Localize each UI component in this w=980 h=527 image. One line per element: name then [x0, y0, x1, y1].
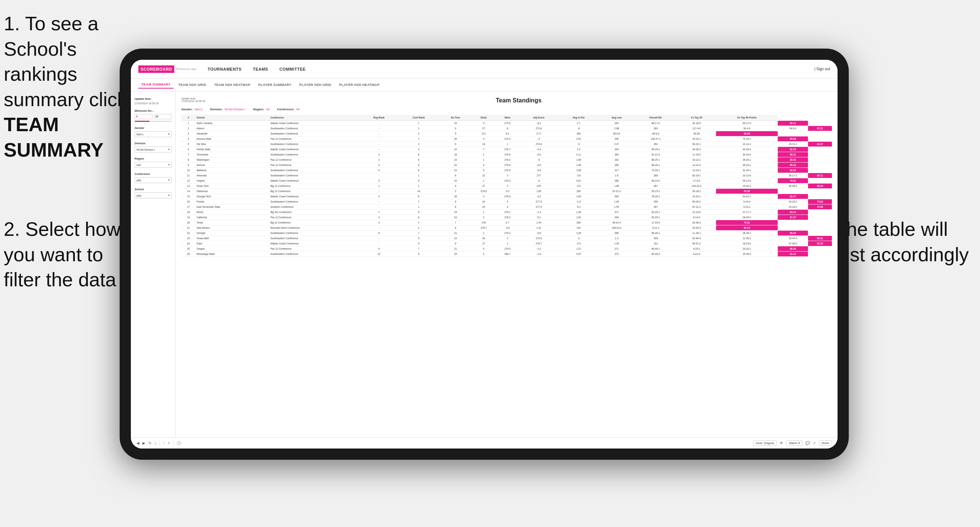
cell-data: 100-27-1 — [634, 137, 677, 142]
cell-data: 269 — [558, 131, 599, 137]
cell-data: 14-21-0 — [677, 163, 716, 168]
cell-data: 23-18-2 — [778, 205, 808, 210]
expand-icon[interactable]: ⤢ — [813, 441, 816, 445]
cell-rank: 24 — [181, 241, 196, 246]
school-label: School — [135, 187, 172, 191]
cell-data: 104-42-3 — [677, 184, 716, 189]
comment-icon[interactable]: 💬 — [805, 441, 810, 445]
cell-data: 1 — [472, 178, 496, 184]
cell-data: 30-19-0 — [716, 152, 778, 157]
tab-player-h2h-heatmap[interactable]: PLAYER H2H HEATMAP — [336, 81, 382, 88]
view-original-btn[interactable]: View: Original — [753, 440, 776, 446]
cell-data: 277 — [519, 173, 558, 178]
nav-tournaments[interactable]: TOURNAMENTS — [207, 67, 242, 71]
back-icon[interactable]: ◀ — [137, 441, 140, 445]
cell-data: 2 — [398, 147, 439, 152]
cell-rank: 2 — [181, 126, 196, 131]
slider-track[interactable] — [135, 121, 172, 122]
cell-data: 22 — [439, 163, 472, 168]
cell-data: 2 — [472, 215, 496, 220]
sign-out-button[interactable]: | Sign out — [815, 67, 830, 71]
cell-data: 40-26-2 — [716, 147, 778, 152]
cell-data: 1 — [398, 205, 439, 210]
tab-player-h2h-grid[interactable]: PLAYER H2H GRID — [296, 81, 334, 88]
cell-data: 83-15-0 — [634, 178, 677, 184]
cell-data: 9-10-1 — [716, 205, 778, 210]
cell-school: Arizona State — [196, 137, 269, 142]
cell-data: 16 — [439, 152, 472, 157]
cell-data: 11-29-1 — [677, 230, 716, 236]
cell-data: 0 — [472, 252, 496, 257]
cell-data: 2 — [439, 189, 472, 194]
nav-committee[interactable]: COMMITTEE — [279, 67, 306, 71]
cell-data: 9 — [439, 241, 472, 246]
min-from-input[interactable]: 4 — [135, 114, 153, 119]
cell-data: 90-51-2 — [677, 241, 716, 246]
cell-data: 36-17-2 — [778, 173, 808, 178]
table-row: 13Texas TechBig 12 Conference119272276-3… — [181, 184, 832, 189]
school-select[interactable]: (All) ▾ — [135, 192, 172, 198]
cell-data: 4 — [360, 152, 398, 157]
home-icon[interactable]: ⌂ — [154, 441, 157, 445]
col-no-tour: No Tour — [439, 115, 472, 121]
tab-player-summary[interactable]: PLAYER SUMMARY — [255, 81, 294, 88]
cell-data: 89.24 — [778, 210, 808, 215]
gender-section: Gender Men's ▾ — [135, 126, 172, 137]
cell-data: 271 — [599, 210, 634, 215]
cell-data: 6.2 — [495, 131, 519, 137]
cell-data: 30 — [472, 236, 496, 241]
instruction-step1-text: 1. To see a School's rankings summary cl… — [4, 13, 127, 110]
cell-data: 8 — [439, 173, 472, 178]
cell-data: 88-17-0 — [634, 121, 677, 126]
cell-data: 95-29-2 — [634, 147, 677, 152]
nav-links: TOURNAMENTS TEAMS COMMITTEE — [207, 67, 815, 71]
cell-data: 5 — [398, 241, 439, 246]
cell-conference: Pac-12 Conference — [269, 137, 360, 142]
logo-sub: Powered by clippi — [176, 68, 196, 70]
watch-btn[interactable]: Watch ▾ — [786, 440, 802, 446]
cell-data: 1 — [360, 184, 398, 189]
cell-data: 267 — [634, 205, 677, 210]
min-to-input[interactable]: 30 — [154, 114, 172, 119]
cell-data: 12-14-1 — [716, 142, 778, 147]
tab-team-h2h-grid[interactable]: TEAM H2H GRID — [175, 81, 209, 88]
cell-data: - — [360, 121, 398, 126]
cell-data: 27-17-1 — [716, 210, 778, 215]
cell-data: 265 — [599, 194, 634, 199]
conference-select[interactable]: (All) ▾ — [135, 177, 172, 183]
nav-teams[interactable]: TEAMS — [253, 67, 268, 71]
cell-data: 4 — [495, 205, 519, 210]
cell-data: 95-9-0 — [599, 131, 634, 137]
cell-school: Georgia — [196, 230, 269, 236]
reload-icon[interactable]: ↻ — [148, 441, 151, 445]
cell-data: 31-29-1 — [716, 168, 778, 173]
cell-data: 17-33-4 — [634, 220, 677, 225]
cell-data: 80.04 — [778, 168, 808, 173]
cell-data: 7 — [398, 230, 439, 236]
tab-team-summary[interactable]: TEAM SUMMARY — [138, 81, 173, 89]
cell-conference: Southeastern Conference — [269, 168, 360, 173]
nav-bar: SCOREBOARD Powered by clippi TOURNAMENTS… — [131, 60, 838, 78]
clock-icon[interactable]: 🕐 — [177, 441, 181, 445]
table-header-row: # School Conference Reg Rank Conf Rank N… — [181, 115, 832, 121]
share-icon[interactable]: ↑ — [163, 441, 165, 445]
division-select[interactable]: NCAA Division I ▾ — [135, 146, 172, 152]
plus-icon[interactable]: + — [168, 441, 170, 445]
region-select[interactable]: N/A ▾ — [135, 162, 172, 168]
cell-data: 280.7 — [495, 252, 519, 257]
cell-data: 23 — [439, 157, 472, 163]
tab-team-h2h-heatmap[interactable]: TEAM H2H HEATMAP — [211, 81, 253, 88]
cell-data: -6 — [519, 178, 558, 184]
cell-data: - — [360, 173, 398, 178]
share-btn[interactable]: Share — [819, 440, 832, 446]
cell-data: 279.7 — [519, 241, 558, 246]
cell-school: Auburn — [196, 126, 269, 131]
cell-school: Virginia — [196, 178, 269, 184]
cell-data: 276.9 — [495, 194, 519, 199]
forward-icon[interactable]: ▶ — [142, 441, 145, 445]
cell-data: 9 — [439, 126, 472, 131]
table-row: 10AlabamaSoutheastern Conference58233276… — [181, 168, 832, 173]
gender-select[interactable]: Men's ▾ — [135, 131, 172, 137]
cell-rank: 11 — [181, 173, 196, 178]
table-row: 17East Tennessee StateSouthern Conferenc… — [181, 205, 832, 210]
